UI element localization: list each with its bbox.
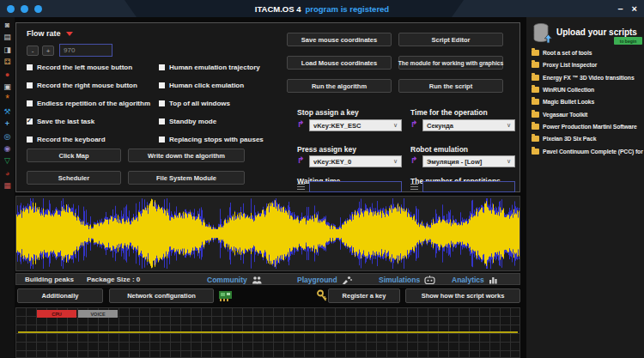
sidebar-tool-galaxy[interactable]: ◉: [0, 144, 15, 153]
waveform-canvas[interactable]: [16, 197, 519, 270]
additionally-button[interactable]: Additionally: [17, 288, 103, 303]
script-item-label: Energy FX ™ 3D Video transitions: [543, 75, 635, 81]
click-map-button[interactable]: Click Map: [27, 149, 121, 162]
checkbox-box[interactable]: [27, 64, 33, 70]
assign-arrow-icon: ↱: [297, 119, 304, 129]
script-editor-button[interactable]: Script Editor: [398, 33, 503, 46]
community-link[interactable]: Community: [207, 275, 262, 285]
press-key-select[interactable]: vKey:KEY_0 ∨: [309, 155, 402, 167]
checkbox-endless-repetition[interactable]: Endless repetition of the algorithm: [27, 100, 150, 107]
checkbox-replacing-stops[interactable]: Replacing stops with pauses: [159, 136, 264, 143]
network-configuration-button[interactable]: Network configuration: [109, 288, 214, 303]
minimize-button[interactable]: –: [617, 3, 623, 14]
folder-icon: [532, 99, 539, 105]
close-button[interactable]: ×: [632, 3, 637, 14]
sidebar-tool-atom[interactable]: ◎: [0, 132, 15, 141]
checkbox-top-of-windows[interactable]: Top of all windows: [159, 100, 230, 107]
checkbox-record-left-mouse[interactable]: Record the left mouse button: [27, 64, 132, 71]
checkbox-label: Human emulation trajectory: [169, 64, 260, 71]
package-size-label: Package Size : 0: [87, 275, 140, 285]
sidebar-tool-wrench[interactable]: ⚒: [0, 107, 15, 116]
chevron-down-icon: ∨: [393, 122, 398, 129]
checkbox-human-trajectory[interactable]: Human emulation trajectory: [159, 64, 260, 71]
scheduler-button[interactable]: Scheduler: [27, 171, 121, 185]
checkbox-box[interactable]: [159, 64, 165, 70]
script-item-winrun[interactable]: WinRUN Collection: [532, 87, 594, 93]
script-item-root-tools[interactable]: Root a set of tools: [532, 50, 592, 56]
waiting-time-input[interactable]: [309, 181, 402, 192]
analytics-link[interactable]: Analytics: [452, 275, 498, 285]
folder-icon: [532, 124, 539, 130]
checkbox-save-last-task[interactable]: Save the last task: [27, 118, 94, 125]
photo-icon: ◨: [3, 46, 11, 54]
write-algorithm-button[interactable]: Write down the algorithm: [128, 149, 245, 162]
flow-rate-dropdown[interactable]: Flow rate: [27, 29, 73, 38]
register-key-button[interactable]: Register a key: [328, 288, 400, 303]
sidebar-tool-window[interactable]: ▣: [0, 82, 15, 91]
checkbox-label: Top of all windows: [169, 100, 230, 107]
script-item-vegasaur[interactable]: Vegasaur Toolkit: [532, 112, 587, 118]
sidebar-tool-sphere[interactable]: ●: [0, 70, 15, 79]
run-script-button[interactable]: Run the script: [398, 79, 503, 93]
load-mouse-coordinates-button[interactable]: Load Mouse coordinates: [287, 56, 392, 70]
checkbox-box[interactable]: [159, 137, 165, 143]
flow-rate-input[interactable]: [59, 44, 112, 57]
repetitions-input[interactable]: [422, 181, 515, 192]
checkbox-label: Record the right mouse button: [37, 82, 137, 89]
file-system-module-button[interactable]: File System Module: [128, 171, 245, 185]
checkbox-human-click[interactable]: Human click emulation: [159, 82, 244, 89]
checkbox-box[interactable]: [27, 100, 33, 106]
flow-decrement-button[interactable]: -: [27, 46, 39, 56]
sidebar-tool-triangle[interactable]: ▽: [0, 156, 15, 165]
sidebar-tool-dice[interactable]: ⚃: [0, 58, 15, 66]
app-window: ITACM.OS 4 program is registered – × ◙ ▤…: [0, 0, 644, 358]
waveform-panel: [15, 196, 520, 271]
checkbox-label: Replacing stops with pauses: [169, 136, 264, 143]
sidebar-tool-planet[interactable]: ◕: [0, 169, 15, 178]
flow-increment-button[interactable]: +: [42, 46, 54, 56]
script-item-pavel-continuum[interactable]: Pavel Continuum Complete (PCC) for BFX: [532, 149, 644, 155]
robot-icon: [424, 276, 435, 284]
graphics-module-button[interactable]: The module for working with graphics: [398, 56, 503, 70]
stop-key-select[interactable]: vKey:KEY_ESC ∨: [309, 119, 402, 131]
checkbox-box[interactable]: [27, 82, 33, 88]
sidebar-tool-move[interactable]: +: [0, 119, 15, 128]
cpu-tab[interactable]: CPU: [37, 310, 76, 318]
checkbox-record-keyboard[interactable]: Record the keyboard: [27, 136, 106, 143]
status-bar: Building peaks Package Size : 0 Communit…: [15, 273, 520, 285]
script-item-pixelan[interactable]: Pixelan 3D Six Pack: [532, 136, 596, 142]
script-item-proxy-inspector[interactable]: Proxy List Inspector: [532, 62, 597, 68]
brush-icon: [342, 276, 352, 284]
show-script-works-button[interactable]: Show how the script works: [405, 288, 520, 303]
checkbox-standby-mode[interactable]: Standby mode: [159, 118, 216, 125]
main-area: Flow rate - + Record the left mouse butt…: [15, 19, 522, 358]
sidebar-tool-camera[interactable]: ◙: [0, 21, 15, 29]
operation-time-select[interactable]: Секунда ∨: [422, 119, 515, 131]
script-item-magic-bullet[interactable]: Magic Bullet Looks: [532, 99, 594, 105]
run-algorithm-button[interactable]: Run the algorithm: [287, 79, 392, 93]
robot-emulation-select[interactable]: Эмуляция - [Low] ∨: [422, 155, 515, 167]
sidebar-tool-burst[interactable]: *: [0, 94, 15, 103]
checkbox-box[interactable]: [159, 118, 165, 124]
script-item-label: Power Production Martini Software: [543, 124, 637, 130]
sidebar-tool-printer[interactable]: ▤: [0, 33, 15, 41]
sidebar-tool-photo[interactable]: ◨: [0, 46, 15, 54]
checkbox-record-right-mouse[interactable]: Record the right mouse button: [27, 82, 137, 89]
save-mouse-coordinates-button[interactable]: Save mouse coordinates: [287, 33, 392, 46]
script-item-energy-fx[interactable]: Energy FX ™ 3D Video transitions: [532, 75, 635, 81]
stop-key-label: Stop assign a key: [297, 108, 359, 117]
playground-label: Playground: [297, 275, 337, 285]
simulations-link[interactable]: Simulations: [379, 275, 435, 285]
checkbox-label: Record the left mouse button: [37, 64, 132, 71]
folder-icon: [532, 75, 539, 81]
checkbox-box[interactable]: [159, 82, 165, 88]
script-item-power-production[interactable]: Power Production Martini Software: [532, 124, 637, 130]
voice-tab[interactable]: VOICE: [78, 310, 118, 318]
playground-link[interactable]: Playground: [297, 275, 352, 285]
wrench-icon: ⚒: [3, 107, 10, 116]
checkbox-box[interactable]: [27, 118, 33, 124]
assign-arrow-icon: ↱: [297, 155, 304, 165]
checkbox-box[interactable]: [159, 100, 165, 106]
checkbox-box[interactable]: [27, 137, 33, 143]
sidebar-tool-grid[interactable]: ▦: [0, 181, 15, 190]
